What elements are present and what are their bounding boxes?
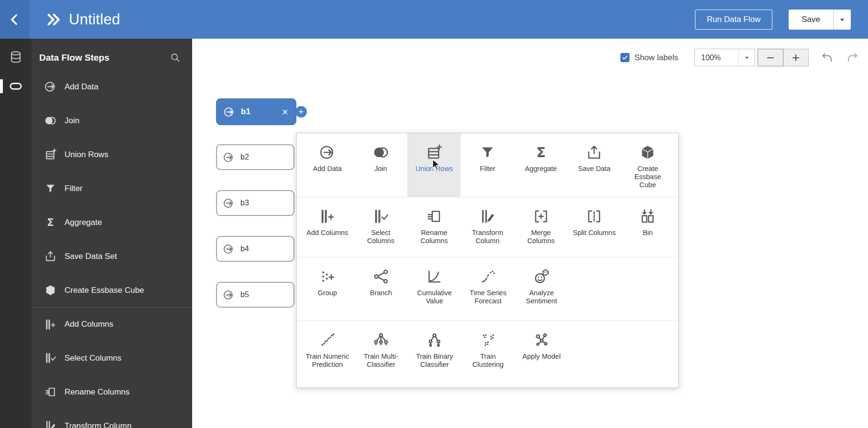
palette-item-analyze-sentiment[interactable]: Analyze Sentiment [515,257,568,321]
run-data-flow-button[interactable]: Run Data Flow [695,10,772,30]
data-flow-nav-item[interactable] [7,79,24,93]
palette-item-label: Add Data [313,165,342,173]
palette-item-train-clustering[interactable]: Train Clustering [461,321,515,387]
show-labels-checkbox[interactable] [620,53,629,62]
palette-item-train-multi-classifier[interactable]: Train Multi-Classifier [354,321,408,387]
palette-item-label: Group [318,289,337,297]
sidebar-item-label: Create Essbase Cube [65,286,144,295]
aggregate-icon [532,144,550,161]
data-sources-nav-item[interactable] [9,50,23,64]
palette-item-label: Join [374,165,387,173]
back-button[interactable] [0,0,30,39]
flow-canvas[interactable]: Show labels 100% b1 b2 b3 [192,39,868,428]
palette-item-merge-columns[interactable]: Merge Columns [514,197,568,257]
mouse-cursor-icon [430,158,442,171]
palette-item-label: Branch [370,289,392,297]
sidebar-item-union-rows[interactable]: Union Rows [32,138,192,171]
sidebar-item-save-data-set[interactable]: Save Data Set [32,239,192,273]
canvas-toolbar: Show labels 100% [620,49,859,66]
caret-down-icon [838,15,846,24]
palette-item-label: Train Clustering [466,353,510,369]
union-rows-icon [44,148,57,161]
palette-item-select-columns[interactable]: Select Columns [354,197,408,257]
rename-columns-icon [44,385,57,398]
search-button[interactable] [170,52,181,63]
node-b4[interactable]: b4 [216,236,294,262]
palette-item-train-binary-classifier[interactable]: Train Binary Classifier [408,321,461,387]
node-b2[interactable]: b2 [216,144,294,170]
palette-item-label: Merge Columns [519,229,563,245]
add-step-button[interactable] [295,106,307,118]
sidebar-item-create-essbase-cube[interactable]: Create Essbase Cube [32,273,192,307]
rename-columns-icon [425,208,443,225]
save-data-icon [44,250,57,263]
palette-row-columns: Add Columns Select Columns Rename Column… [297,197,678,257]
palette-item-label: Train Multi-Classifier [359,353,403,369]
add-columns-icon [319,208,336,225]
redo-button[interactable] [846,51,859,64]
sidebar-title: Data Flow Steps [39,53,170,63]
palette-item-train-numeric-prediction[interactable]: Train Numeric Prediction [301,321,354,387]
palette-item-apply-model[interactable]: Apply Model [515,321,568,387]
save-split-button: Save [789,10,851,30]
sidebar-item-add-columns[interactable]: Add Columns [32,307,192,341]
add-data-icon [223,243,235,255]
data-flow-steps-panel: Data Flow Steps Add Data Join Union Rows… [32,39,192,428]
sidebar-item-label: Join [65,116,79,126]
palette-item-add-data[interactable]: Add Data [301,133,354,197]
sidebar-item-filter[interactable]: Filter [32,171,192,205]
palette-item-bin[interactable]: Bin [621,197,674,257]
save-data-icon [586,144,603,161]
palette-item-label: Analyze Sentiment [520,289,564,305]
palette-item-label: Time Series Forecast [466,289,510,305]
node-b1[interactable]: b1 [216,98,296,125]
save-menu-button[interactable] [833,10,851,30]
palette-item-add-columns[interactable]: Add Columns [301,197,354,257]
zoom-caret-button[interactable] [738,49,755,66]
branch-icon [372,268,390,285]
select-columns-icon [44,352,57,364]
zoom-dropdown[interactable]: 100% [694,49,755,66]
palette-item-rename-columns[interactable]: Rename Columns [407,197,461,257]
palette-row-machine-learning: Train Numeric Prediction Train Multi-Cla… [297,321,678,387]
sidebar-item-add-data[interactable]: Add Data [32,70,192,104]
palette-item-group[interactable]: Group [301,257,354,321]
sidebar-item-join[interactable]: Join [32,104,192,138]
caret-down-icon [743,54,751,62]
node-b3[interactable]: b3 [216,190,294,216]
close-icon[interactable] [281,108,289,116]
sidebar-item-rename-columns[interactable]: Rename Columns [32,375,192,409]
node-label: b3 [240,199,249,207]
palette-item-create-essbase-cube[interactable]: Create Essbase Cube [621,133,674,197]
zoom-in-button[interactable] [783,49,809,66]
train-multi-classifier-icon [372,332,390,349]
sidebar-item-select-columns[interactable]: Select Columns [32,341,192,375]
palette-item-time-series-forecast[interactable]: Time Series Forecast [461,257,515,321]
zoom-out-button[interactable] [758,49,783,66]
palette-item-join[interactable]: Join [354,133,408,197]
filter-icon [479,144,496,161]
palette-item-branch[interactable]: Branch [354,257,408,321]
palette-item-transform-column[interactable]: Transform Column [461,197,514,257]
essbase-cube-icon [44,284,57,297]
undo-button[interactable] [821,51,834,64]
merge-columns-icon [532,208,550,225]
palette-item-split-columns[interactable]: Split Columns [568,197,621,257]
palette-item-aggregate[interactable]: Aggregate [514,133,568,197]
sidebar-item-aggregate[interactable]: Aggregate [32,205,192,239]
apply-model-icon [533,332,550,349]
node-b5[interactable]: b5 [216,282,294,308]
show-labels-toggle[interactable]: Show labels [620,53,678,63]
sidebar-item-transform-column[interactable]: Transform Column [32,409,192,428]
sidebar-item-label: Add Data [65,82,98,92]
sidebar-item-label: Aggregate [65,218,102,227]
palette-item-save-data[interactable]: Save Data [568,133,621,197]
transform-column-icon [479,208,496,225]
palette-item-filter[interactable]: Filter [461,133,514,197]
node-label: b1 [241,107,250,117]
select-columns-icon [372,208,390,225]
palette-item-cumulative-value[interactable]: Cumulative Value [408,257,461,321]
palette-item-label: Split Columns [573,229,616,237]
group-icon [319,268,336,285]
save-button[interactable]: Save [789,10,833,30]
